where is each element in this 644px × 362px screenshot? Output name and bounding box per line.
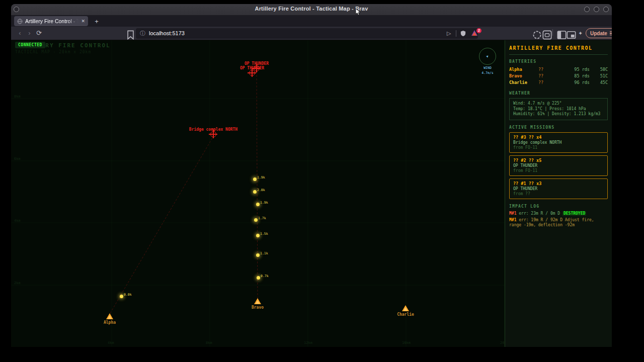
battery-temp: 51C bbox=[590, 73, 608, 79]
grid-axis-label: 20km bbox=[500, 341, 505, 345]
battery-name: Alpha bbox=[509, 66, 538, 73]
wind-widget: ➤ WIND 4.7m/s bbox=[478, 48, 497, 75]
connection-status-badge: CONNECTED bbox=[15, 42, 45, 48]
grid-axis-label: 8km bbox=[14, 95, 21, 99]
back-button[interactable]: ‹ bbox=[15, 29, 25, 38]
maximize-button[interactable] bbox=[594, 7, 599, 12]
wind-label: WIND bbox=[478, 66, 497, 70]
target-marker[interactable] bbox=[249, 70, 255, 76]
battery-row[interactable]: Alpha??95 rds58C bbox=[509, 66, 608, 73]
weather-line: Humidity: 61% | Density: 1.213 kg/m3 bbox=[513, 112, 604, 117]
update-label: Update bbox=[590, 31, 607, 36]
tab-title: Artillery Fire Control - Ta bbox=[25, 18, 78, 24]
app-content: ARTILLERY FIRE CONTROL TACTICAL MAP - 20… bbox=[11, 40, 612, 347]
target-label: Bridge complex NORTH bbox=[189, 127, 237, 132]
impact-log-entry: M#1 err: 19m R / 92m D Adjust fire, rang… bbox=[509, 218, 608, 228]
batteries-heading: BATTERIES bbox=[509, 59, 608, 64]
mission-source: from ?? bbox=[513, 192, 604, 197]
hamburger-icon bbox=[610, 30, 612, 37]
mission-source: from FO-11 bbox=[513, 145, 604, 150]
forward-button[interactable]: › bbox=[25, 29, 34, 38]
sidebar-title: ARTILLERY FIRE CONTROL bbox=[509, 45, 608, 55]
url-bar[interactable]: ⓘ localhost:5173 ▷ 2 bbox=[136, 28, 478, 39]
target-label: OP THUNDER bbox=[240, 66, 264, 70]
shell-marker bbox=[256, 234, 260, 237]
battery-marker[interactable] bbox=[254, 298, 261, 304]
battery-rounds: 95 rds bbox=[560, 66, 590, 73]
grid-axis-label: 12km bbox=[304, 341, 312, 345]
shell-marker bbox=[254, 218, 258, 222]
log-mission-prefix: M#1 bbox=[509, 218, 519, 222]
battery-row[interactable]: Bravo??85 rds51C bbox=[509, 73, 608, 79]
mission-target: OP THUNDER bbox=[513, 187, 604, 192]
bookmark-icon[interactable] bbox=[126, 30, 135, 40]
grid-axis-label: 16km bbox=[402, 341, 411, 345]
log-mission-prefix: M#1 bbox=[509, 211, 519, 216]
shell-altitude-label: 0.7k bbox=[261, 274, 269, 278]
shell-altitude-label: 1.9k bbox=[257, 175, 265, 179]
battery-list: Alpha??95 rds58CBravo??85 rds51CCharlie?… bbox=[509, 66, 608, 86]
battery-temp: 58C bbox=[590, 66, 608, 73]
site-info-icon[interactable]: ⓘ bbox=[140, 30, 145, 37]
log-status-badge: DESTROYED bbox=[562, 211, 586, 216]
shell-marker bbox=[256, 253, 260, 257]
weather-heading: WEATHER bbox=[509, 91, 608, 96]
url-text[interactable]: localhost:5173 bbox=[149, 30, 185, 36]
wind-direction-arrow: ➤ bbox=[484, 52, 492, 60]
mission-target: Bridge complex NORTH bbox=[513, 140, 604, 145]
picture-in-picture-icon[interactable] bbox=[567, 30, 576, 40]
battery-map-label: Bravo bbox=[252, 305, 264, 310]
control-sidebar: ARTILLERY FIRE CONTROL BATTERIES Alpha??… bbox=[505, 40, 612, 347]
battery-temp: 45C bbox=[590, 79, 608, 86]
mission-id: ?? #2 ?? x5 bbox=[513, 158, 604, 163]
mission-card[interactable]: ?? #1 ?? x3OP THUNDERfrom ?? bbox=[509, 178, 608, 199]
minimize-button[interactable] bbox=[584, 7, 590, 12]
devtools-extension-icon[interactable]: 2 bbox=[471, 30, 478, 37]
reload-button[interactable]: ⟳ bbox=[34, 29, 44, 38]
globe-icon bbox=[17, 19, 23, 24]
tactical-map[interactable]: ARTILLERY FIRE CONTROL TACTICAL MAP - 20… bbox=[11, 40, 505, 347]
shield-icon[interactable] bbox=[460, 30, 466, 37]
update-menu-button[interactable]: Update bbox=[586, 28, 612, 38]
battery-rounds: 85 rds bbox=[560, 73, 590, 79]
shell-marker bbox=[257, 276, 260, 280]
shell-altitude-label: 2.0k bbox=[257, 188, 265, 192]
mission-list: ?? #3 ?? x4Bridge complex NORTHfrom FO-1… bbox=[509, 132, 608, 199]
account-icon[interactable] bbox=[532, 30, 542, 40]
new-tab-button[interactable]: + bbox=[92, 17, 101, 26]
screenshot-tool-icon[interactable] bbox=[542, 30, 552, 40]
target-marker[interactable] bbox=[210, 131, 216, 137]
shell-altitude-label: 1.5k bbox=[260, 232, 268, 236]
grid-axis-label: 8km bbox=[206, 341, 212, 345]
battery-marker[interactable] bbox=[106, 313, 113, 319]
mission-id: ?? #3 ?? x4 bbox=[513, 135, 604, 140]
shell-marker bbox=[253, 177, 257, 181]
mission-card[interactable]: ?? #2 ?? x5OP THUNDERfrom FO-11 bbox=[509, 155, 608, 176]
grid-axis-label: 4km bbox=[108, 341, 114, 345]
shell-altitude-label: 1.7k bbox=[258, 216, 266, 220]
tab-artillery-fire-control[interactable]: Artillery Fire Control - Ta ✕ bbox=[14, 16, 88, 26]
weather-panel: Wind: 4.7 m/s @ 225°Temp: 18.1°C | Press… bbox=[509, 98, 608, 120]
sidebar-toggle-icon[interactable] bbox=[557, 30, 567, 40]
battery-map-label: Alpha bbox=[104, 320, 116, 325]
weather-line: Temp: 18.1°C | Press: 1014 hPa bbox=[513, 107, 604, 112]
battery-name: Bravo bbox=[509, 73, 538, 79]
shell-marker bbox=[253, 190, 257, 194]
grid-axis-label: 4km bbox=[14, 219, 21, 223]
mission-target: OP THUNDER bbox=[513, 163, 604, 168]
close-button[interactable] bbox=[603, 7, 609, 12]
mouse-cursor bbox=[355, 8, 361, 16]
battery-marker[interactable] bbox=[402, 305, 409, 311]
battery-row[interactable]: Charlie??96 rds45C bbox=[509, 79, 608, 86]
battery-rounds: 96 rds bbox=[560, 79, 590, 86]
shell-marker bbox=[256, 203, 260, 206]
reader-mode-icon[interactable]: ▷ bbox=[447, 29, 451, 38]
shell-marker bbox=[120, 295, 123, 298]
target-label: OP THUNDER bbox=[245, 61, 269, 66]
tab-close-icon[interactable]: ✕ bbox=[81, 19, 85, 24]
ai-sparkle-icon[interactable]: ✦ bbox=[576, 29, 585, 38]
battery-status: ?? bbox=[538, 79, 560, 86]
impact-log-heading: IMPACT LOG bbox=[509, 204, 608, 209]
extension-badge: 2 bbox=[476, 28, 481, 33]
mission-card[interactable]: ?? #3 ?? x4Bridge complex NORTHfrom FO-1… bbox=[509, 132, 608, 153]
